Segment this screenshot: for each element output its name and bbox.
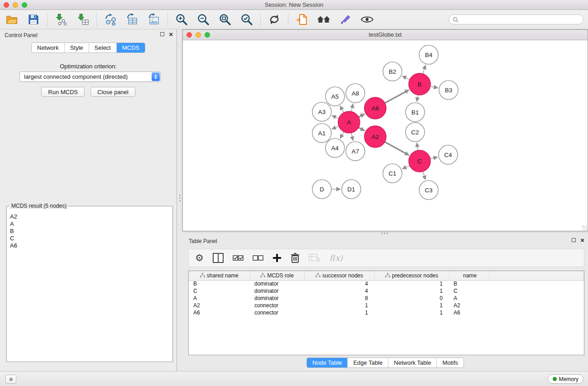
- deselect-all-icon[interactable]: [253, 252, 263, 264]
- network-minimize-button[interactable]: [196, 32, 201, 38]
- edge-B-B2[interactable]: [402, 76, 410, 80]
- edge-A-A8[interactable]: [351, 104, 353, 111]
- node-C[interactable]: C: [409, 150, 430, 172]
- edge-B-B4[interactable]: [423, 65, 425, 74]
- float-panel-icon[interactable]: [572, 238, 576, 242]
- edge-B-B3[interactable]: [430, 86, 438, 88]
- network-graph[interactable]: B4B2BB3A5A8A6A3B1AC2A1A2A4A7C4CC1C3DD1: [183, 40, 588, 231]
- node-C4[interactable]: C4: [439, 145, 458, 164]
- search-input[interactable]: [461, 16, 579, 23]
- zoom-selected-icon[interactable]: [239, 12, 254, 27]
- tab-mcds[interactable]: MCDS: [116, 43, 145, 52]
- delete-table-icon[interactable]: [309, 252, 320, 264]
- node-B1[interactable]: B1: [406, 103, 425, 122]
- edge-A-A7[interactable]: [351, 133, 353, 140]
- network-canvas[interactable]: B4B2BB3A5A8A6A3B1AC2A1A2A4A7C4CC1C3DD1: [183, 40, 588, 231]
- edge-A-A6[interactable]: [359, 114, 364, 117]
- close-panel-button[interactable]: Close panel: [91, 87, 135, 97]
- table-row[interactable]: Cdominator41C: [189, 287, 584, 295]
- result-item[interactable]: A: [10, 220, 172, 228]
- task-history-icon[interactable]: ≡: [5, 375, 16, 384]
- panel-divider-handle[interactable]: [379, 232, 389, 234]
- edge-A-A3[interactable]: [332, 116, 339, 119]
- column-header-name[interactable]: name: [449, 271, 489, 280]
- tab-style[interactable]: Style: [64, 43, 89, 52]
- edge-A-A2[interactable]: [359, 128, 364, 131]
- node-A6[interactable]: A6: [364, 97, 386, 119]
- edge-A2-C[interactable]: [385, 142, 409, 155]
- edge-A-A1[interactable]: [332, 126, 339, 129]
- node-D[interactable]: D: [312, 180, 331, 199]
- node-C1[interactable]: C1: [383, 164, 402, 183]
- tab-network-table[interactable]: Network Table: [388, 358, 436, 367]
- column-header-mcds-role[interactable]: MCDS role: [250, 271, 304, 280]
- tab-edge-table[interactable]: Edge Table: [347, 358, 388, 367]
- tab-select[interactable]: Select: [89, 43, 116, 52]
- result-item[interactable]: A6: [10, 242, 172, 249]
- node-A4[interactable]: A4: [325, 138, 344, 157]
- image-export-icon[interactable]: [147, 12, 161, 27]
- table-row[interactable]: A6connector11A6: [189, 309, 584, 316]
- network-table-icon[interactable]: [125, 12, 139, 27]
- document-icon[interactable]: [295, 12, 309, 27]
- refresh-icon[interactable]: [267, 12, 282, 27]
- tab-node-table[interactable]: Node Table: [307, 358, 348, 367]
- table-row[interactable]: A2connector11A2: [189, 302, 584, 309]
- function-icon[interactable]: f(x): [330, 252, 343, 264]
- import-table-icon[interactable]: [76, 12, 90, 27]
- zoom-out-icon[interactable]: [196, 12, 210, 27]
- add-icon[interactable]: [272, 252, 282, 264]
- panel-divider-handle[interactable]: [179, 193, 181, 203]
- float-panel-icon[interactable]: [160, 32, 164, 36]
- column-icon[interactable]: [213, 252, 224, 264]
- edge-C-C4[interactable]: [430, 157, 437, 159]
- network-icon[interactable]: [103, 12, 118, 27]
- node-C3[interactable]: C3: [419, 181, 438, 200]
- close-panel-icon[interactable]: ×: [169, 32, 173, 37]
- table-row[interactable]: Bdominator41B: [189, 280, 584, 287]
- network-close-button[interactable]: [186, 32, 192, 38]
- close-window-button[interactable]: [4, 2, 9, 8]
- edge-A6-B[interactable]: [385, 90, 409, 103]
- run-mcds-button[interactable]: Run MCDS: [41, 87, 85, 97]
- zoom-fit-icon[interactable]: [218, 12, 232, 27]
- node-B4[interactable]: B4: [419, 45, 438, 64]
- trash-icon[interactable]: [291, 252, 300, 264]
- minimize-window-button[interactable]: [13, 2, 18, 8]
- memory-button[interactable]: Memory: [548, 374, 583, 384]
- node-A2[interactable]: A2: [364, 126, 386, 148]
- edge-C-C1[interactable]: [402, 166, 410, 169]
- result-item[interactable]: B: [10, 228, 172, 235]
- node-B3[interactable]: B3: [439, 81, 458, 100]
- folder-open-icon[interactable]: [5, 12, 19, 27]
- edge-A-A5[interactable]: [340, 106, 344, 113]
- node-A7[interactable]: A7: [346, 142, 365, 161]
- tab-network[interactable]: Network: [32, 43, 64, 52]
- home-icon[interactable]: [316, 12, 331, 27]
- optimization-criterion-select[interactable]: largest connected component (directed): [19, 71, 161, 82]
- network-zoom-button[interactable]: [205, 32, 210, 38]
- import-network-icon[interactable]: [54, 12, 68, 27]
- node-C2[interactable]: C2: [406, 123, 425, 142]
- node-A[interactable]: A: [338, 111, 360, 133]
- node-A1[interactable]: A1: [312, 124, 331, 143]
- brush-icon[interactable]: [338, 12, 353, 27]
- edge-A-A4[interactable]: [340, 132, 344, 138]
- tab-motifs[interactable]: Motifs: [436, 358, 464, 367]
- edge-C-C3[interactable]: [423, 172, 425, 180]
- table-row[interactable]: Adominator80A: [189, 295, 584, 302]
- edge-C-C2[interactable]: [417, 143, 418, 151]
- zoom-window-button[interactable]: [22, 2, 27, 8]
- edge-B-B1[interactable]: [417, 95, 418, 102]
- zoom-in-icon[interactable]: [174, 12, 189, 27]
- node-A3[interactable]: A3: [312, 102, 331, 121]
- resize-grip[interactable]: [582, 225, 587, 230]
- gear-icon[interactable]: ⚙: [195, 252, 204, 264]
- node-B[interactable]: B: [409, 73, 430, 95]
- node-A8[interactable]: A8: [346, 84, 365, 103]
- column-header-shared-name[interactable]: shared name: [189, 271, 250, 280]
- eye-icon[interactable]: [360, 12, 374, 27]
- node-B2[interactable]: B2: [383, 62, 402, 81]
- node-D1[interactable]: D1: [342, 180, 361, 199]
- result-item[interactable]: C: [10, 235, 172, 242]
